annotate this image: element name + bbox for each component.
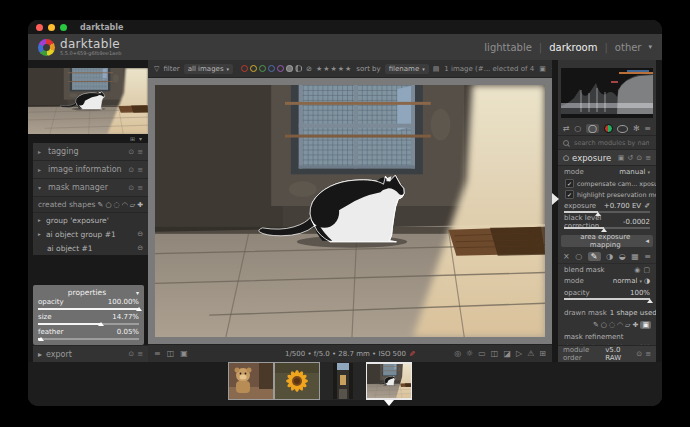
blend-off-icon[interactable]: × <box>563 252 570 261</box>
color-picker-icon[interactable]: ✐ <box>644 202 650 210</box>
active-modules-icon[interactable]: ○ <box>574 124 581 133</box>
duplicate-icon[interactable]: ▣ <box>180 349 188 358</box>
opacity-slider[interactable]: opacity100.00% <box>38 298 139 313</box>
add-shape-icon[interactable]: ✚ <box>633 321 639 329</box>
blend-drawn-parametric-icon[interactable]: ◒ <box>619 252 626 261</box>
snapshot-icon[interactable]: ◫ <box>167 349 175 358</box>
menu-icon[interactable]: ≡ <box>154 349 161 358</box>
overexposed-icon[interactable]: ▭ <box>478 349 486 358</box>
instance-icon[interactable]: ▣ <box>618 154 625 162</box>
mode-dropdown[interactable]: manual▾ <box>619 168 650 176</box>
path-icon[interactable]: ◠ <box>617 321 623 329</box>
reject-icon[interactable]: ⊘ <box>306 65 312 73</box>
presets-icon[interactable]: ⊙ <box>636 350 642 358</box>
navigation-thumbnail[interactable] <box>28 68 148 134</box>
gamut-check-icon[interactable]: ⚠ <box>527 349 534 358</box>
menu-icon[interactable]: ≡ <box>644 252 651 261</box>
presets-icon[interactable]: ⊙ <box>128 184 134 192</box>
power-icon[interactable]: ○ <box>563 154 569 162</box>
favorites-group-icon[interactable]: ◯ <box>586 124 599 133</box>
blend-uniform-icon[interactable]: ○ <box>575 252 582 261</box>
search-input[interactable] <box>572 138 651 148</box>
circle-icon[interactable]: ○ <box>105 201 111 209</box>
mask-group-item[interactable]: ▸ group 'exposure' <box>33 213 148 227</box>
chevron-down-icon[interactable]: ▾ <box>38 184 44 191</box>
color-label-red[interactable] <box>241 65 248 72</box>
mask-group-item[interactable]: ▸ ai object group #1 ⊖ <box>33 227 148 241</box>
mask-shape-item[interactable]: ai object #1 ⊖ <box>33 241 148 255</box>
guides-grid-icon[interactable]: ⊞ <box>539 349 546 358</box>
checkbox-checked-icon[interactable]: ✓ <box>565 179 574 188</box>
polarity-icon[interactable]: ⊖ <box>137 244 143 252</box>
color-label-yellow[interactable] <box>250 65 257 72</box>
brush-icon[interactable]: ✎ <box>98 201 104 209</box>
blend-order-icon[interactable]: ◑ <box>644 277 650 285</box>
view-darkroom[interactable]: darkroom <box>549 42 597 53</box>
blend-drawn-mask-icon[interactable]: ✎ <box>588 252 601 261</box>
focus-peaking-icon[interactable]: ◎ <box>454 349 461 358</box>
tone-group-icon[interactable] <box>617 125 628 133</box>
menu-icon[interactable]: ≡ <box>137 184 143 192</box>
presets-icon[interactable]: ⊙ <box>128 166 134 174</box>
presets-icon[interactable]: ⊙ <box>128 148 134 156</box>
second-window-icon[interactable]: ◫ <box>491 349 499 358</box>
copy-icon[interactable]: ▣ <box>539 65 546 73</box>
filmstrip-thumbnail-teddy[interactable] <box>228 362 274 400</box>
menu-icon[interactable]: ≡ <box>644 124 651 133</box>
filmstrip-thumbnail-sunflower[interactable] <box>274 362 320 400</box>
filmstrip-thumbnail-street[interactable] <box>320 362 366 400</box>
exposure-module-header[interactable]: ○ exposure ▣ ↺ ⊙ ≡ <box>558 150 656 166</box>
chevron-right-icon[interactable]: ▸ <box>38 148 44 155</box>
blend-raster-icon[interactable]: ▦ <box>631 252 639 261</box>
presets-icon[interactable]: ⊙ <box>636 154 642 162</box>
close-window-button[interactable] <box>36 24 43 31</box>
chevron-right-icon[interactable]: ▸ <box>38 350 42 359</box>
circle-icon[interactable]: ○ <box>601 321 607 329</box>
sort-field-dropdown[interactable]: filename ▾ <box>385 64 429 74</box>
drawn-mask-dropdown[interactable]: 1 shape used▾⊖ <box>610 309 656 317</box>
gradient-icon[interactable]: ▱ <box>625 321 630 329</box>
right-panel-expander[interactable] <box>552 193 559 205</box>
zoom-window-button[interactable] <box>60 24 67 31</box>
view-lighttable[interactable]: lighttable <box>484 42 532 53</box>
module-export[interactable]: ▸ export ⊙≡ <box>33 345 148 362</box>
menu-icon[interactable]: ≡ <box>137 350 143 358</box>
menu-icon[interactable]: ≡ <box>645 350 651 358</box>
presets-icon[interactable]: ⊙ <box>128 350 134 358</box>
main-photo[interactable] <box>155 85 545 337</box>
color-group-icon[interactable] <box>604 124 613 133</box>
mask-indicator-icon[interactable]: ✎ <box>407 350 416 357</box>
color-label-gray[interactable] <box>286 65 293 72</box>
display-mask-icon[interactable]: ◉ <box>634 266 640 274</box>
black-level-slider[interactable]: black level correction -0.0002 <box>558 216 656 232</box>
menu-icon[interactable]: ≡ <box>137 148 143 156</box>
checkbox-checked-icon[interactable]: ✓ <box>565 190 574 199</box>
minimize-window-button[interactable] <box>48 24 55 31</box>
chevron-down-icon[interactable]: ▾ <box>136 289 139 296</box>
module-image-information[interactable]: ▸ image information ⊙≡ <box>33 161 148 179</box>
rawoverexposed-icon[interactable]: ◪ <box>503 349 511 358</box>
color-label-green[interactable] <box>259 65 266 72</box>
path-icon[interactable]: ◠ <box>122 201 128 209</box>
reset-icon[interactable]: ↺ <box>627 154 633 162</box>
gradient-icon[interactable]: ▱ <box>130 201 135 209</box>
blend-opacity-slider[interactable]: opacity 100% <box>558 287 656 303</box>
view-other[interactable]: other <box>615 42 642 53</box>
chevron-right-icon[interactable]: ▸ <box>38 166 44 173</box>
ellipse-icon[interactable]: ◌ <box>609 321 615 329</box>
funnel-icon[interactable]: ▽ <box>154 65 159 73</box>
ellipse-icon[interactable]: ◌ <box>114 201 120 209</box>
iso12646-icon[interactable]: ☼ <box>466 349 473 358</box>
softproof-icon[interactable]: ▷ <box>516 349 522 358</box>
compensate-exposure-checkbox[interactable]: ✓ compensate cam... xposure (+0.0 EV) <box>558 178 656 189</box>
module-tagging[interactable]: ▸ tagging ⊙≡ <box>33 143 148 161</box>
feather-slider[interactable]: feather0.05% <box>38 328 139 343</box>
filmstrip-thumbnail-cat-selected[interactable] <box>366 362 412 400</box>
blend-parametric-icon[interactable]: ◑ <box>606 252 613 261</box>
color-label-blue[interactable] <box>268 65 275 72</box>
chevron-down-icon[interactable]: ▾ <box>139 135 142 142</box>
color-label-purple[interactable] <box>277 65 284 72</box>
menu-icon[interactable]: ≡ <box>137 166 143 174</box>
brush-icon[interactable]: ✎ <box>593 321 599 329</box>
shortcuts-icon[interactable]: ⇄ <box>563 124 570 133</box>
